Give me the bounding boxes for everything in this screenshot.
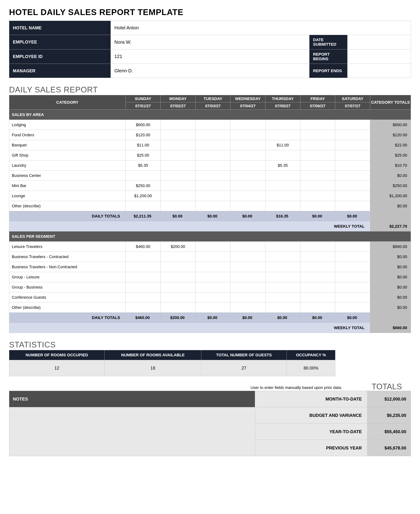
sales-cell[interactable]: $11.00	[126, 140, 161, 150]
sales-cell[interactable]	[126, 282, 161, 292]
sales-cell[interactable]	[300, 282, 335, 292]
sales-cell[interactable]	[126, 171, 161, 181]
sales-cell[interactable]	[335, 272, 370, 282]
sales-cell[interactable]	[195, 252, 230, 262]
sales-cell[interactable]	[300, 160, 335, 171]
sales-cell[interactable]	[161, 160, 195, 171]
sales-cell[interactable]	[300, 272, 335, 282]
sales-cell[interactable]	[195, 130, 230, 140]
sales-cell[interactable]	[161, 150, 195, 160]
sales-cell[interactable]	[161, 252, 195, 262]
sales-cell[interactable]	[335, 292, 370, 303]
sales-cell[interactable]	[300, 191, 335, 201]
sales-cell[interactable]	[126, 252, 161, 262]
sales-cell[interactable]	[335, 191, 370, 201]
sales-cell[interactable]	[161, 272, 195, 282]
sales-cell[interactable]	[265, 292, 300, 303]
sales-cell[interactable]	[161, 292, 195, 303]
sales-cell[interactable]	[195, 242, 230, 252]
sales-cell[interactable]	[195, 282, 230, 292]
sales-cell[interactable]	[335, 150, 370, 160]
sales-cell[interactable]	[335, 282, 370, 292]
sales-cell[interactable]	[161, 171, 195, 181]
sales-cell[interactable]	[300, 262, 335, 272]
sales-cell[interactable]	[230, 252, 265, 262]
sales-cell[interactable]	[126, 292, 161, 303]
sales-cell[interactable]	[161, 181, 195, 191]
sales-cell[interactable]	[265, 262, 300, 272]
sales-cell[interactable]	[195, 150, 230, 160]
sales-cell[interactable]	[126, 262, 161, 272]
mtd-value[interactable]: $12,000.00	[368, 391, 411, 407]
sales-cell[interactable]: $11.00	[265, 140, 300, 150]
sales-cell[interactable]	[300, 303, 335, 313]
sales-cell[interactable]	[300, 201, 335, 211]
sales-cell[interactable]	[265, 242, 300, 252]
sales-cell[interactable]	[230, 292, 265, 303]
sales-cell[interactable]	[126, 201, 161, 211]
sales-cell[interactable]	[335, 201, 370, 211]
sales-cell[interactable]	[265, 201, 300, 211]
date-submitted-value[interactable]	[347, 35, 411, 50]
sales-cell[interactable]	[300, 181, 335, 191]
employee-value[interactable]: Nora W.	[111, 35, 309, 50]
sales-cell[interactable]	[265, 272, 300, 282]
report-ends-value[interactable]	[347, 64, 411, 78]
sales-cell[interactable]	[335, 120, 370, 130]
sales-cell[interactable]	[335, 160, 370, 171]
sales-cell[interactable]	[230, 303, 265, 313]
sales-cell[interactable]	[195, 181, 230, 191]
sales-cell[interactable]	[230, 171, 265, 181]
sales-cell[interactable]	[265, 130, 300, 140]
sales-cell[interactable]: $1,200.00	[126, 191, 161, 201]
sales-cell[interactable]	[265, 181, 300, 191]
stats-v-2[interactable]: 27	[201, 360, 287, 376]
sales-cell[interactable]	[161, 201, 195, 211]
sales-cell[interactable]	[195, 201, 230, 211]
sales-cell[interactable]	[126, 272, 161, 282]
sales-cell[interactable]	[195, 292, 230, 303]
sales-cell[interactable]	[335, 140, 370, 150]
sales-cell[interactable]	[161, 303, 195, 313]
notes-body[interactable]	[9, 407, 255, 456]
sales-cell[interactable]: $5.35	[126, 160, 161, 171]
sales-cell[interactable]: $600.00	[126, 120, 161, 130]
sales-cell[interactable]	[300, 242, 335, 252]
prev-year-value[interactable]: $45,678.00	[368, 440, 411, 456]
sales-cell[interactable]	[335, 252, 370, 262]
sales-cell[interactable]: $25.00	[126, 150, 161, 160]
sales-cell[interactable]	[230, 130, 265, 140]
sales-cell[interactable]	[161, 262, 195, 272]
manager-value[interactable]: Glenn D.	[111, 64, 309, 78]
sales-cell[interactable]	[195, 191, 230, 201]
sales-cell[interactable]	[195, 120, 230, 130]
sales-cell[interactable]	[230, 272, 265, 282]
stats-v-0[interactable]: 12	[9, 360, 105, 376]
sales-cell[interactable]	[265, 282, 300, 292]
sales-cell[interactable]	[300, 292, 335, 303]
sales-cell[interactable]	[161, 140, 195, 150]
sales-cell[interactable]	[230, 150, 265, 160]
sales-cell[interactable]	[265, 150, 300, 160]
hotel-name-value[interactable]: Hotel Anton	[111, 21, 411, 35]
sales-cell[interactable]: $460.00	[126, 242, 161, 252]
sales-cell[interactable]	[300, 130, 335, 140]
sales-cell[interactable]	[195, 140, 230, 150]
sales-cell[interactable]	[265, 191, 300, 201]
sales-cell[interactable]	[335, 262, 370, 272]
sales-cell[interactable]	[195, 160, 230, 171]
sales-cell[interactable]	[230, 191, 265, 201]
sales-cell[interactable]	[230, 140, 265, 150]
sales-cell[interactable]	[161, 130, 195, 140]
sales-cell[interactable]	[335, 171, 370, 181]
sales-cell[interactable]	[335, 181, 370, 191]
sales-cell[interactable]: $250.00	[126, 181, 161, 191]
report-begins-value[interactable]	[347, 49, 411, 64]
sales-cell[interactable]	[195, 303, 230, 313]
sales-cell[interactable]	[230, 160, 265, 171]
sales-cell[interactable]	[161, 120, 195, 130]
sales-cell[interactable]	[300, 171, 335, 181]
budget-value[interactable]: $6,235.00	[368, 407, 411, 424]
sales-cell[interactable]: $120.00	[126, 130, 161, 140]
sales-cell[interactable]	[300, 120, 335, 130]
